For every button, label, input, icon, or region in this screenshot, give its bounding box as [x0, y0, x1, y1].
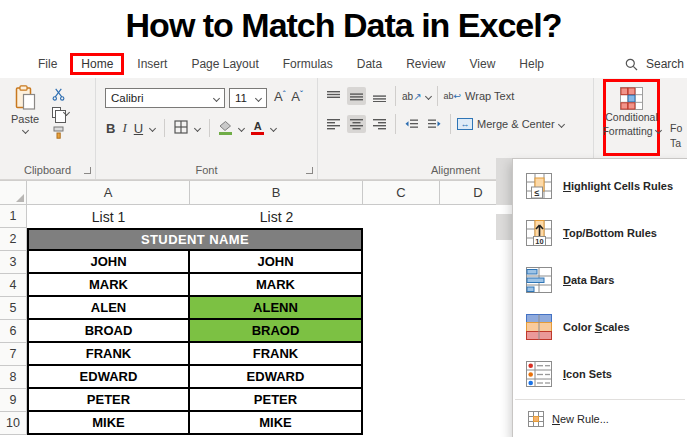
copy-button[interactable]: [52, 107, 69, 118]
divider: [437, 86, 438, 106]
tab-review[interactable]: Review: [406, 57, 445, 71]
ribbon-tab-bar: File Home Insert Page Layout Formulas Da…: [0, 50, 687, 78]
row-header-10[interactable]: 10: [0, 412, 27, 435]
menu-item-highlight-cells-rules[interactable]: ≤ Highlight Cells Rules: [513, 162, 687, 209]
menu-item-top-bottom-rules[interactable]: 10 Top/Bottom Rules: [513, 209, 687, 256]
row-header-8[interactable]: 8: [0, 366, 27, 389]
cell-a10[interactable]: MIKE: [27, 412, 190, 435]
row-header-6[interactable]: 6: [0, 320, 27, 343]
cut-button[interactable]: [52, 88, 65, 101]
tab-page-layout[interactable]: Page Layout: [191, 57, 258, 71]
cell-a3[interactable]: JOHN: [27, 251, 190, 274]
row-header-5[interactable]: 5: [0, 297, 27, 320]
font-dialog-launcher[interactable]: [306, 167, 313, 174]
menu-edge-artifact: [496, 214, 512, 240]
menu-item-new-rule[interactable]: New Rule...: [513, 402, 687, 435]
shrink-font-button[interactable]: Aˇ: [291, 89, 302, 104]
fill-color-button[interactable]: [219, 121, 232, 135]
tab-help[interactable]: Help: [519, 57, 544, 71]
divider: [395, 114, 396, 134]
menu-item-label: Top/Bottom Rules: [563, 227, 657, 239]
borders-button[interactable]: [174, 120, 188, 137]
menu-item-data-bars[interactable]: Data Bars: [513, 256, 687, 303]
student-name-banner[interactable]: STUDENT NAME: [27, 228, 363, 251]
cell-b9[interactable]: PETER: [190, 389, 363, 412]
cell-b6-highlighted[interactable]: BRAOD: [190, 320, 363, 343]
cell-a9[interactable]: PETER: [27, 389, 190, 412]
highlight-cells-rules-icon: ≤: [526, 173, 552, 199]
align-center-icon: [350, 119, 363, 130]
bold-button[interactable]: B: [106, 121, 115, 136]
menu-item-label: Color Scales: [563, 321, 630, 333]
paste-button[interactable]: Paste: [5, 85, 45, 137]
search-box[interactable]: Search: [625, 57, 687, 71]
cell-b1[interactable]: List 2: [190, 205, 363, 228]
font-color-button[interactable]: A: [251, 121, 264, 135]
grow-font-button[interactable]: Aˆ: [274, 89, 285, 104]
orientation-button[interactable]: ab↗: [402, 91, 422, 102]
row-header-4[interactable]: 4: [0, 274, 27, 297]
align-left-button[interactable]: [324, 115, 343, 133]
cell-b8[interactable]: EDWARD: [190, 366, 363, 389]
merge-center-icon: ↔: [457, 118, 473, 130]
row-header-9[interactable]: 9: [0, 389, 27, 412]
search-label: Search: [646, 57, 684, 71]
align-bottom-icon: [373, 91, 386, 102]
menu-item-color-scales[interactable]: Color Scales: [513, 303, 687, 350]
new-rule-icon: [528, 411, 544, 427]
align-top-button[interactable]: [324, 87, 343, 105]
tab-file[interactable]: File: [38, 57, 57, 71]
merge-center-chevron-icon: [558, 120, 565, 127]
font-size-select[interactable]: 11: [229, 88, 267, 108]
row-header-7[interactable]: 7: [0, 343, 27, 366]
font-group-label: Font: [96, 164, 317, 176]
cell-a8[interactable]: EDWARD: [27, 366, 190, 389]
font-size-value: 11: [235, 92, 247, 104]
merge-center-button[interactable]: Merge & Center: [477, 118, 555, 130]
top-bottom-rules-icon: 10: [526, 220, 552, 246]
clipboard-dialog-launcher[interactable]: [84, 167, 91, 174]
select-all-corner[interactable]: [0, 181, 27, 204]
decrease-indent-button[interactable]: [402, 115, 421, 133]
cell-a5[interactable]: ALEN: [27, 297, 190, 320]
align-bottom-button[interactable]: [370, 87, 389, 105]
tab-home[interactable]: Home: [70, 53, 124, 75]
cell-b4[interactable]: MARK: [190, 274, 363, 297]
tab-view[interactable]: View: [470, 57, 496, 71]
column-header-a[interactable]: A: [27, 181, 190, 204]
italic-button[interactable]: I: [122, 120, 126, 136]
align-center-button[interactable]: [347, 115, 366, 133]
row-header-3[interactable]: 3: [0, 251, 27, 274]
cell-b3[interactable]: JOHN: [190, 251, 363, 274]
align-top-icon: [327, 91, 340, 102]
divider: [450, 114, 451, 134]
align-right-button[interactable]: [370, 115, 389, 133]
align-middle-button[interactable]: [347, 87, 366, 105]
copy-icon: [52, 107, 61, 118]
cell-a1[interactable]: List 1: [27, 205, 190, 228]
cell-b5-highlighted[interactable]: ALENN: [190, 297, 363, 320]
format-as-table-button-clipped[interactable]: Fo Ta: [670, 121, 687, 151]
font-name-select[interactable]: Calibri: [105, 88, 225, 108]
tab-insert[interactable]: Insert: [137, 57, 167, 71]
tab-formulas[interactable]: Formulas: [283, 57, 333, 71]
column-header-c[interactable]: C: [363, 181, 440, 204]
conditional-formatting-button[interactable]: Conditional Formatting: [603, 79, 660, 156]
format-painter-button[interactable]: [52, 126, 65, 139]
wrap-text-button[interactable]: Wrap Text: [465, 90, 514, 102]
underline-button[interactable]: U: [134, 121, 143, 136]
align-right-icon: [373, 119, 386, 130]
tab-data[interactable]: Data: [357, 57, 382, 71]
cell-b7[interactable]: FRANK: [190, 343, 363, 366]
increase-indent-button[interactable]: [425, 115, 444, 133]
menu-item-label: Highlight Cells Rules: [563, 180, 673, 192]
cell-a4[interactable]: MARK: [27, 274, 190, 297]
increase-indent-icon: [428, 119, 441, 130]
column-header-b[interactable]: B: [190, 181, 363, 204]
menu-item-icon-sets[interactable]: Icon Sets: [513, 350, 687, 397]
row-header-1[interactable]: 1: [0, 205, 27, 228]
row-header-2[interactable]: 2: [0, 228, 27, 251]
cell-a7[interactable]: FRANK: [27, 343, 190, 366]
cell-a6[interactable]: BROAD: [27, 320, 190, 343]
cell-b10[interactable]: MIKE: [190, 412, 363, 435]
